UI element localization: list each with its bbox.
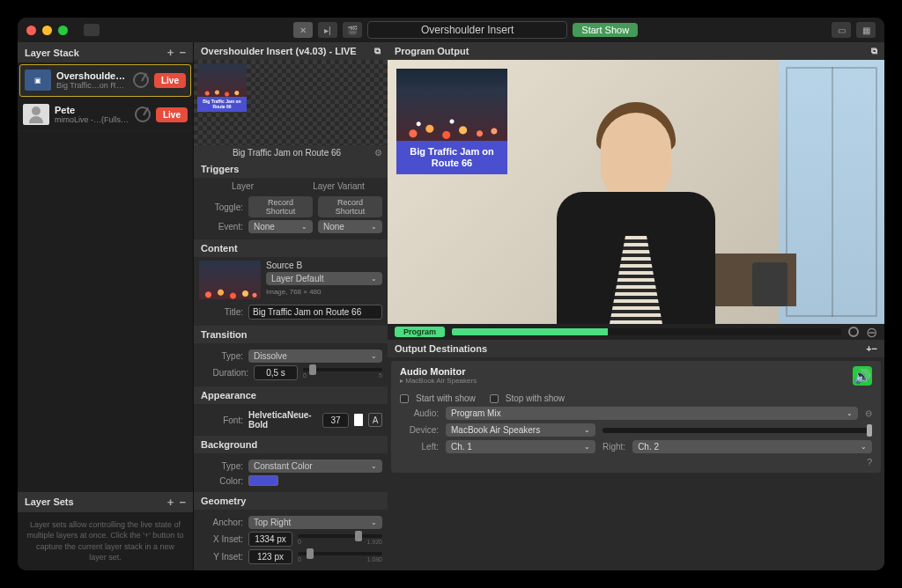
help-icon[interactable]: ?: [400, 457, 872, 467]
preview-caption-bar: Big Traffic Jam on Route 66 ⚙: [194, 145, 388, 160]
settings-icon[interactable]: ⚙: [374, 148, 382, 158]
program-output-panel: Program Output ⧉ Big Traffic Jam on: [388, 42, 884, 570]
mini-caption: Big Traffic Jam on Route 66: [197, 97, 247, 112]
volume-knob-icon[interactable]: [848, 327, 859, 337]
layout-icon-b[interactable]: ▦: [856, 22, 876, 38]
program-pill: Program: [395, 327, 445, 337]
layer-preview: Big Traffic Jam on Route 66: [194, 60, 388, 145]
left-channel-dropdown[interactable]: Ch. 1⌄: [446, 440, 595, 453]
audio-monitor-sub: ▸ MacBook Air Speakers: [400, 377, 853, 385]
program-output-header: Program Output ⧉: [388, 42, 884, 60]
event-dropdown[interactable]: None⌄: [318, 220, 382, 233]
remove-layer-button[interactable]: −: [179, 46, 186, 59]
traffic-thumbnail: [197, 63, 247, 97]
document-title: Overshoulder Insert: [367, 21, 567, 39]
layer-sets-header: Layer Sets + −: [18, 492, 193, 512]
right-channel-dropdown[interactable]: Ch. 2⌄: [632, 440, 872, 453]
triggers-title: Triggers: [194, 160, 388, 178]
sidebar-toggle-icon[interactable]: [84, 24, 100, 36]
duration-input[interactable]: 0,5 s: [254, 365, 298, 380]
popout-icon[interactable]: ⧉: [374, 46, 381, 56]
color-picker[interactable]: [248, 475, 278, 486]
titlebar: ✕ ▸| 🎬 Overshoulder Insert Start Show ▭ …: [18, 18, 884, 42]
zoom-icon[interactable]: [58, 26, 68, 35]
start-with-show-checkbox[interactable]: [400, 394, 409, 403]
transition-type-dropdown[interactable]: Dissolve⌄: [248, 349, 382, 363]
volume-slider[interactable]: [603, 428, 872, 433]
audio-meter: [452, 328, 841, 335]
color-swatch-white[interactable]: [354, 414, 363, 426]
program-audio-bar: Program ⊖: [388, 324, 884, 340]
audio-monitor-panel: Audio Monitor ▸ MacBook Air Speakers 🔊 S…: [391, 361, 881, 473]
appearance-title: Appearance: [194, 386, 388, 404]
layout-icon-a[interactable]: ▭: [832, 22, 851, 38]
clapper-icon[interactable]: 🎬: [343, 22, 362, 38]
avatar-icon: [23, 104, 49, 125]
window-controls: [26, 26, 68, 35]
y-inset-input[interactable]: 123 px: [248, 549, 292, 564]
play-button-icon[interactable]: ▸|: [318, 22, 337, 38]
event-dropdown[interactable]: None⌄: [248, 220, 313, 233]
live-button[interactable]: Live: [154, 73, 186, 88]
record-shortcut-button[interactable]: Record Shortcut: [248, 196, 313, 217]
font-size-input[interactable]: 37: [322, 413, 349, 428]
stop-button-icon[interactable]: ✕: [293, 22, 313, 38]
program-output-view: Big Traffic Jam on Route 66: [388, 60, 884, 324]
y-inset-slider[interactable]: [298, 552, 382, 555]
source-dropdown[interactable]: Layer Default⌄: [266, 272, 382, 285]
presenter: [548, 95, 724, 324]
transition-title: Transition: [194, 326, 388, 343]
remove-layer-set-button[interactable]: −: [179, 496, 186, 509]
audio-monitor-title: Audio Monitor: [400, 366, 853, 377]
live-button[interactable]: Live: [156, 107, 188, 122]
start-show-button[interactable]: Start Show: [573, 23, 638, 37]
anchor-dropdown[interactable]: Top Right⌄: [248, 516, 382, 529]
device-dropdown[interactable]: MacBook Air Speakers⌄: [446, 423, 595, 437]
content-title: Content: [194, 239, 388, 257]
bg-type-dropdown[interactable]: Constant Color⌄: [248, 459, 382, 473]
x-inset-input[interactable]: 1334 px: [248, 532, 292, 547]
layer-stack-header: Layer Stack + −: [18, 42, 193, 62]
insert-caption: Big Traffic Jam on Route 66: [396, 141, 507, 174]
inspector-header: Overshoulder Insert (v4.03) - LIVE ⧉: [194, 42, 388, 60]
layer-item-pete[interactable]: Pete mimoLive -…(Fullscreen) Live: [18, 99, 193, 131]
output-destinations-header: Output Destinations + −: [388, 340, 884, 357]
stop-with-show-checkbox[interactable]: [490, 394, 499, 403]
duration-slider[interactable]: [303, 368, 382, 371]
layer-inspector: Overshoulder Insert (v4.03) - LIVE ⧉ Big…: [194, 42, 388, 570]
geometry-title: Geometry: [194, 492, 388, 510]
add-layer-button[interactable]: +: [167, 46, 174, 59]
popout-icon[interactable]: ⧉: [871, 46, 877, 56]
layer-thumb-icon: ▣: [25, 70, 51, 91]
x-inset-slider[interactable]: [298, 534, 382, 538]
font-name: HelveticaNeue-Bold: [248, 410, 317, 430]
minimize-icon[interactable]: [42, 26, 52, 35]
minus-icon[interactable]: ⊖: [866, 324, 877, 341]
audio-source-dropdown[interactable]: Program Mix⌄: [446, 407, 858, 420]
record-shortcut-button[interactable]: Record Shortcut: [318, 196, 382, 217]
layer-stack-panel: Layer Stack + − ▣ Overshoulder Insert Bi…: [18, 42, 194, 570]
add-layer-set-button[interactable]: +: [167, 496, 174, 509]
background-title: Background: [194, 436, 388, 453]
font-picker-button[interactable]: A: [368, 413, 382, 427]
overshoulder-insert: Big Traffic Jam on Route 66: [396, 69, 507, 174]
source-thumbnail[interactable]: [199, 261, 261, 299]
audio-knob-icon[interactable]: [133, 72, 149, 88]
office-chair: [752, 262, 787, 306]
close-icon[interactable]: [26, 26, 36, 35]
layer-sets-help: Layer sets allow controlling the live st…: [18, 512, 193, 570]
speaker-icon[interactable]: 🔊: [853, 366, 872, 386]
title-input[interactable]: Big Traffic Jam on Route 66: [248, 305, 382, 320]
remove-destination-button[interactable]: −: [872, 343, 877, 354]
minus-icon[interactable]: ⊖: [865, 408, 872, 418]
traffic-image: [396, 69, 507, 141]
layer-item-overshoulder[interactable]: ▣ Overshoulder Insert Big Traffic…on Rou…: [19, 64, 191, 97]
audio-knob-icon[interactable]: [135, 107, 151, 122]
app-window: ✕ ▸| 🎬 Overshoulder Insert Start Show ▭ …: [18, 18, 884, 570]
